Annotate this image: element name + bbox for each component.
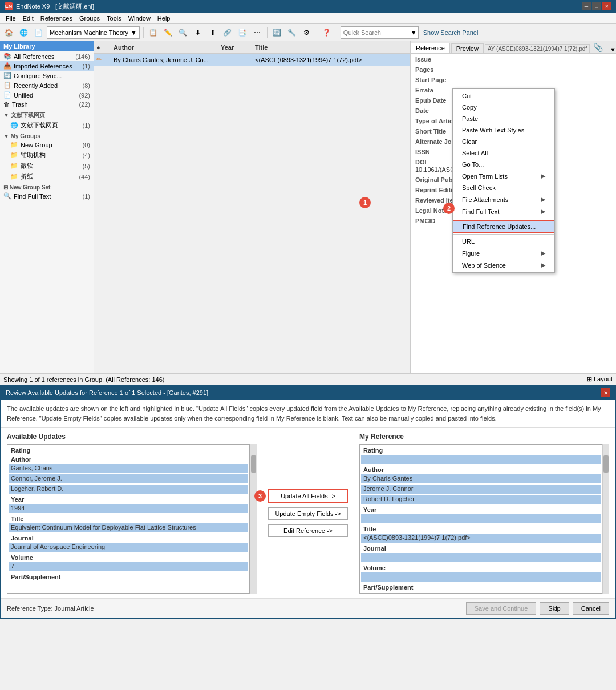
menu-tools[interactable]: Tools (103, 14, 125, 22)
layout-btn[interactable]: ⊞ Layout (587, 376, 613, 383)
ref-list-row[interactable]: ✏ By Charis Gantes; Jerome J. Co... <(AS… (94, 54, 410, 66)
toolbar-refresh-btn[interactable]: 🔄 (271, 26, 283, 39)
ctx-go-to[interactable]: Go To... (453, 159, 554, 170)
update-all-fields-button[interactable]: Update All Fields -> (268, 489, 348, 503)
maximize-button[interactable]: □ (592, 2, 601, 10)
ctx-select-all[interactable]: Select All (453, 147, 554, 159)
sidebar-item-weibo[interactable]: 📁 微软 (5) (0, 160, 94, 171)
toolbar-upload-btn[interactable]: ⬆ (206, 26, 219, 39)
recent-label: Recently Added (14, 82, 58, 89)
search-input[interactable] (341, 27, 410, 38)
ctx-find-reference-updates[interactable]: Find Reference Updates... (453, 220, 554, 233)
imported-count: (1) (83, 63, 90, 70)
ctx-url[interactable]: URL (453, 236, 554, 247)
ctx-paste-with-styles[interactable]: Paste With Text Styles (453, 124, 554, 136)
available-updates-list[interactable]: Rating Author Gantes, Charis Connor, Jer… (7, 444, 250, 594)
toolbar-help-btn[interactable]: ❓ (321, 26, 333, 39)
title-bar-left: EN EndNote X9 - [文献调研.enl] (5, 2, 94, 11)
menu-edit[interactable]: Edit (19, 14, 37, 22)
figure-arrow: ▶ (541, 249, 545, 257)
close-button[interactable]: ✕ (602, 2, 611, 10)
toolbar-globe-btn[interactable]: 🌐 (17, 26, 30, 39)
update-empty-fields-button[interactable]: Update Empty Fields -> (268, 507, 348, 520)
file-attach-arrow: ▶ (541, 196, 545, 203)
sidebar-item-recently-added[interactable]: 📋 Recently Added (8) (0, 80, 94, 90)
cancel-button[interactable]: Cancel (573, 602, 609, 615)
minimize-button[interactable]: ─ (582, 2, 591, 10)
ctx-open-term-lists[interactable]: Open Term Lists ▶ (453, 170, 554, 182)
left-scrollbar[interactable] (250, 444, 257, 594)
myref-author-3: Robert D. Logcher (361, 495, 601, 504)
ctx-clear[interactable]: Clear (453, 136, 554, 147)
col-author-header[interactable]: Author (114, 44, 221, 51)
right-scrollbar[interactable] (602, 444, 609, 594)
ctx-figure[interactable]: Figure ▶ (453, 247, 554, 259)
menu-references[interactable]: References (37, 14, 76, 22)
toolbar-connect-btn[interactable]: 🔗 (221, 26, 234, 39)
ctx-web-of-science[interactable]: Web of Science ▶ (453, 259, 554, 271)
toolbar-home-btn[interactable]: 🏠 (2, 26, 15, 39)
dialog-footer: Reference Type: Journal Article Save and… (1, 598, 615, 618)
ctx-file-attachments[interactable]: File Attachments ▶ (453, 193, 554, 205)
tab-pdf[interactable]: AY (ASCE)0893-1321(1994)7 1(72).pdf (485, 44, 590, 53)
tab-reference[interactable]: Reference (411, 43, 450, 53)
sidebar-item-unfiled[interactable]: 📄 Unfiled (92) (0, 90, 94, 100)
sidebar-item-wenxian[interactable]: 🌐 文献下载网页 (1) (0, 120, 94, 131)
toolbar-more-btn[interactable]: ⋯ (251, 26, 264, 39)
toolbar-new-btn[interactable]: 📄 (32, 26, 44, 39)
row-author: By Charis Gantes; Jerome J. Co... (114, 57, 221, 63)
toolbar-format-btn[interactable]: 📑 (236, 26, 249, 39)
sidebar-item-find-full-text[interactable]: 🔍 Find Full Text (1) (0, 191, 94, 201)
menu-file[interactable]: File (2, 14, 19, 22)
avail-journal-1: Journal of Aerospace Engineering (9, 543, 248, 552)
library-dropdown[interactable]: Mechanism Machine Theory ▼ (47, 26, 140, 39)
sidebar-item-all-references[interactable]: 📚 All References (146) (0, 51, 94, 61)
ctx-sep-1 (453, 219, 554, 219)
toolbar-sep-2 (267, 27, 268, 38)
avail-author-2: Connor, Jerome J. (9, 474, 248, 483)
menu-bar: File Edit References Groups Tools Window… (0, 13, 616, 24)
ctx-copy[interactable]: Copy (453, 102, 554, 113)
library-dropdown-label: Mechanism Machine Theory (50, 29, 128, 36)
dialog-footer-buttons: Save and Continue Skip Cancel (466, 602, 609, 615)
toolbar-new-ref-btn[interactable]: 📋 (147, 26, 160, 39)
edit-reference-button[interactable]: Edit Reference -> (268, 524, 348, 537)
attach-icon[interactable]: 📎 (591, 42, 605, 53)
ctx-cut[interactable]: Cut (453, 90, 554, 102)
sidebar-item-fuzhu[interactable]: 📁 辅助机构 (4) (0, 150, 94, 160)
toolbar-tools-btn[interactable]: 🔧 (286, 26, 298, 39)
ctx-find-full-text[interactable]: Find Full Text ▶ (453, 205, 554, 217)
search-dropdown-icon[interactable]: ▼ (410, 29, 418, 36)
col-title-header[interactable]: Title (255, 44, 408, 51)
update-all-wrap: 3 Update All Fields -> (268, 489, 348, 503)
wenxian-icon: 🌐 (10, 122, 18, 129)
sidebar-item-imported-references[interactable]: 📥 Imported References (1) (0, 61, 94, 71)
menu-window[interactable]: Window (125, 14, 154, 22)
menu-help[interactable]: Help (154, 14, 174, 22)
col-year-header[interactable]: Year (221, 44, 255, 51)
save-and-continue-button[interactable]: Save and Continue (466, 602, 537, 615)
sidebar-item-zhezhi[interactable]: 📁 折纸 (44) (0, 171, 94, 182)
menu-groups[interactable]: Groups (76, 14, 103, 22)
toolbar-download-btn[interactable]: ⬇ (192, 26, 204, 39)
dialog-close-button[interactable]: ✕ (601, 388, 610, 397)
panel-menu-icon[interactable]: ▼ (610, 46, 616, 53)
ctx-spell-check[interactable]: Spell Check (453, 182, 554, 193)
tab-preview[interactable]: Preview (451, 43, 484, 53)
sidebar-item-configure-sync[interactable]: 🔄 Configure Sync... (0, 71, 94, 80)
toolbar-edit-btn[interactable]: ✏️ (162, 26, 175, 39)
my-reference-list[interactable]: Rating Author By Charis Gantes Jerome J.… (359, 444, 602, 594)
sidebar-item-new-group[interactable]: 📁 New Group (0) (0, 140, 94, 150)
my-reference-content: Rating Author By Charis Gantes Jerome J.… (360, 445, 602, 593)
toolbar-settings-btn[interactable]: ⚙ (301, 26, 313, 39)
field-start-page: Start Page (415, 76, 611, 83)
myref-rating-val (361, 455, 601, 464)
avail-author-3: Logcher, Robert D. (9, 485, 248, 494)
sidebar-item-trash[interactable]: 🗑 Trash (22) (0, 100, 94, 109)
avail-year-label: Year (9, 495, 248, 504)
ctx-paste[interactable]: Paste (453, 113, 554, 124)
skip-button[interactable]: Skip (540, 602, 569, 615)
edit-icon: ✏ (96, 56, 102, 63)
toolbar-search-btn[interactable]: 🔍 (177, 26, 189, 39)
show-search-panel-btn[interactable]: Show Search Panel (421, 29, 481, 36)
